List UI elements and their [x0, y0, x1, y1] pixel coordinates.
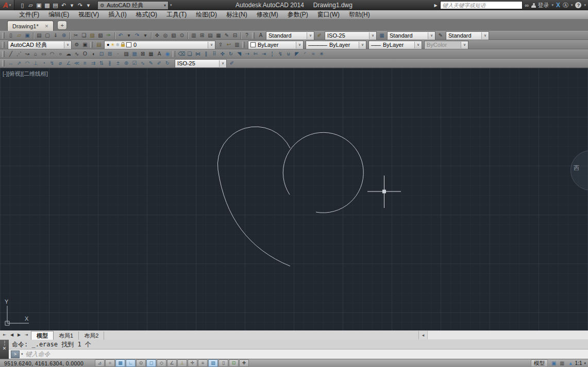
dynamic-ucs-toggle[interactable]: ⊥ [177, 359, 187, 367]
menu-item-0[interactable]: 文件(F) [14, 10, 44, 19]
dimension-update-icon[interactable]: ↻ [163, 60, 172, 67]
extend-icon[interactable]: ⇥ [260, 50, 268, 58]
drawing-canvas[interactable]: [-][俯视][二维线框] 西 Y X [0, 68, 588, 330]
menu-item-5[interactable]: 工具(T) [162, 10, 191, 19]
layout-tab-布局2[interactable]: 布局2 [79, 331, 104, 340]
help-icon[interactable]: ? [243, 32, 251, 40]
help-dropdown-icon[interactable]: ▾ [584, 3, 586, 7]
workspace-combo-chevron-icon[interactable]: ∨ [64, 42, 71, 48]
layer-combo[interactable]: ● ☀ ❄ 0 ∨ [104, 41, 215, 49]
save-as-icon[interactable]: ▩ [43, 1, 51, 9]
close-icon[interactable]: ✕ [3, 346, 7, 351]
sign-in-dropdown-icon[interactable]: ▾ [551, 3, 553, 7]
toolbar-grip[interactable] [2, 32, 5, 39]
selection-cycling-toggle[interactable]: ⊡ [229, 359, 239, 367]
annotation-scale-value[interactable]: 1:1 [575, 360, 582, 366]
draw-flyout-icon[interactable]: ◉ [163, 50, 172, 58]
gradient-icon[interactable]: ▩ [130, 50, 139, 58]
baseline-icon[interactable]: ≡ [81, 60, 89, 67]
search-icon[interactable]: ∞ [525, 2, 529, 8]
grid-display-toggle[interactable]: ▦ [115, 359, 125, 367]
text-style-combo[interactable]: Standard ∨ [266, 31, 314, 40]
new-file-icon[interactable]: ▯ [7, 32, 15, 40]
explode-icon[interactable]: ✳ [317, 50, 326, 58]
jogged-linear-icon[interactable]: ∿ [139, 60, 147, 67]
dimension-space-icon[interactable]: ⇅ [97, 60, 106, 67]
open-file-icon[interactable]: ▱ [15, 32, 23, 40]
color-combo-chevron-icon[interactable]: ∨ [296, 42, 303, 48]
menu-item-10[interactable]: 窗口(W) [313, 10, 344, 19]
plot-preview-icon[interactable]: ▢ [43, 32, 52, 40]
zoom-realtime-icon[interactable]: ◎ [161, 32, 170, 40]
match-properties-icon[interactable]: ✑ [105, 32, 113, 40]
redo-icon[interactable]: ↷ [76, 1, 84, 9]
scale-icon[interactable]: ◥ [235, 50, 243, 58]
dynamic-input-toggle[interactable]: ✛ [188, 359, 197, 367]
new-tab-button[interactable]: + [57, 21, 67, 30]
circle-icon[interactable]: ○ [56, 50, 64, 58]
linear-dimension-icon[interactable]: ↔ [7, 60, 15, 67]
arc-icon[interactable]: ◠ [48, 50, 56, 58]
menu-item-11[interactable]: 帮助(H) [344, 10, 375, 19]
lineweight-combo[interactable]: —— ByLayer ∨ [368, 41, 422, 49]
application-menu-button[interactable]: A ▾ [0, 0, 14, 10]
toolbar-grip[interactable] [2, 51, 5, 57]
undo-icon[interactable]: ↶ [116, 32, 125, 40]
save-icon[interactable]: ▣ [35, 1, 43, 9]
layer-states-icon[interactable]: ▥ [233, 41, 241, 49]
tab-close-icon[interactable]: ✕ [45, 24, 49, 29]
workspace-switcher-chevron-icon[interactable]: ▾ [164, 3, 166, 8]
paste-icon[interactable]: ▨ [88, 32, 96, 40]
construction-line-icon[interactable]: ⋰ [15, 50, 23, 58]
designcenter-icon[interactable]: ⊞ [198, 32, 206, 40]
hatch-icon[interactable]: ▨ [122, 50, 130, 58]
layout-tab-模型[interactable]: 模型 [31, 331, 54, 340]
continue-icon[interactable]: ⇉ [89, 60, 97, 67]
mleader-style-icon[interactable]: ✎ [436, 32, 445, 40]
sign-in-button[interactable]: 登录 [531, 2, 549, 9]
ordinate-icon[interactable]: ⊥ [31, 60, 40, 67]
last-tab-icon[interactable]: ⇥ [23, 331, 29, 339]
arc-length-icon[interactable]: ◠ [23, 60, 31, 67]
revision-cloud-icon[interactable]: ☁ [64, 50, 73, 58]
menu-item-4[interactable]: 格式(O) [131, 10, 162, 19]
workspace-switcher[interactable]: ⚙ AutoCAD 经典 ▾ [97, 1, 169, 10]
scroll-left-icon[interactable]: ◂ [419, 331, 427, 339]
menu-item-7[interactable]: 标注(N) [222, 10, 252, 19]
autodesk360-dropdown-icon[interactable]: ▾ [571, 3, 573, 7]
search-input[interactable] [440, 1, 523, 9]
table-icon[interactable]: ▦ [147, 50, 155, 58]
join-icon[interactable]: ⊎ [284, 50, 293, 58]
copy-icon[interactable]: ❏ [186, 50, 194, 58]
dimension-break-icon[interactable]: ∦ [106, 60, 114, 67]
sheet-set-manager-icon[interactable]: ▦ [214, 32, 223, 40]
mirror-icon[interactable]: ⋈ [194, 50, 202, 58]
stretch-icon[interactable]: ⇢ [243, 50, 251, 58]
linetype-combo-chevron-icon[interactable]: ∨ [359, 42, 366, 48]
qat-customize-icon[interactable]: ▾ [170, 3, 172, 7]
properties-icon[interactable]: ▥ [190, 32, 198, 40]
erase-icon[interactable]: ⌫ [177, 50, 186, 58]
color-combo[interactable]: ByLayer ∨ [248, 41, 304, 49]
quick-view-layouts-icon[interactable]: ▦ [558, 359, 566, 367]
command-window-grip[interactable]: ✕ [0, 340, 9, 359]
undo-icon[interactable]: ↶ [60, 1, 68, 9]
make-object-layer-current-icon[interactable]: ⇪ [216, 41, 225, 49]
menu-item-1[interactable]: 编辑(E) [44, 10, 74, 19]
workspace-combo[interactable]: AutoCAD 经典 ∨ [8, 41, 72, 49]
tool-palettes-icon[interactable]: ▤ [206, 32, 214, 40]
object-snap-tracking-toggle[interactable]: ∠ [167, 359, 177, 367]
redo-dropdown-icon[interactable]: ▾ [141, 32, 149, 40]
ellipse-icon[interactable]: Ο [81, 50, 89, 58]
radius-icon[interactable]: ◔ [40, 60, 48, 67]
transparency-toggle[interactable]: ▨ [208, 359, 218, 367]
paste-special-icon[interactable]: ▧ [96, 32, 105, 40]
dimension-text-edit-icon[interactable]: ✐ [155, 60, 163, 67]
linetype-combo[interactable]: ———— ByLayer ∨ [306, 41, 366, 49]
coordinates-display[interactable]: 9519.6240, 4161.6304, 0.0000 [0, 360, 95, 366]
layer-unlock-icon[interactable] [121, 44, 125, 47]
rectangle-icon[interactable]: ▭ [40, 50, 48, 58]
help-icon[interactable]: ? [575, 2, 581, 8]
layer-vp-freeze-icon[interactable]: ❄ [116, 43, 120, 47]
toolbar-grip[interactable] [252, 32, 255, 39]
